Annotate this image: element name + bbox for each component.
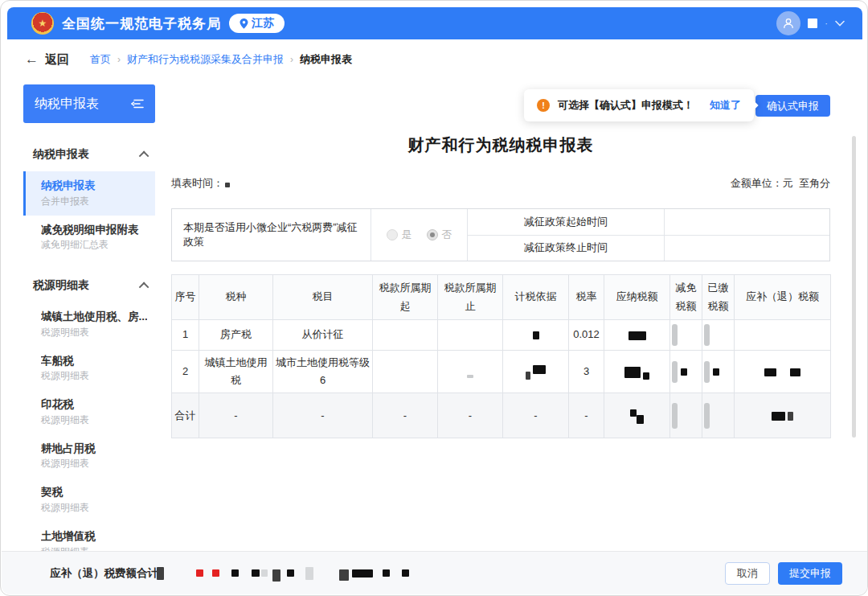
confirm-mode-button[interactable]: 确认式申报 [755,95,830,117]
cell-paid [702,351,735,393]
col-header-seq: 序号 [172,275,199,320]
cell-tax-item: 城市土地使用税等级6 [273,351,373,393]
redaction-mark [272,569,280,582]
redaction-mark [467,375,473,378]
sidebar-item-subtitle: 税源明细表 [41,456,147,471]
sidebar-item-declaration-form[interactable]: 纳税申报表 合并申报表 [23,171,155,216]
redaction-mark [526,372,530,380]
back-label: 返回 [45,52,69,68]
reduction-end-value[interactable] [665,236,829,261]
app-window: ★ 全国统一规范电子税务局 江苏 · ← 返回 首页 › 财产和行为税税源采集及… [0,0,868,596]
sidebar-group-label: 税源明细表 [33,278,89,293]
sidebar-item-subtitle: 税源明细表 [41,368,147,383]
reduction-end-label: 减征政策终止时间 [468,236,665,261]
table-row: 1 房产税 从价计征 0.012 [172,320,831,351]
sidebar-item-land-appreciation-tax[interactable]: 土地增值税 税源明细表 [23,522,155,553]
redacted-user-name [808,18,817,28]
cell-basis: - [503,393,569,438]
policy-table: 本期是否适用小微企业“六税两费”减征政策 是 否 减征政策起始时间 减征政策终止… [171,208,830,261]
redaction-mark [788,412,793,421]
chevron-up-icon [139,150,149,161]
cell-paid [702,393,735,438]
sidebar-group-tax-source[interactable]: 税源明细表 [23,259,155,302]
user-menu[interactable]: · [776,11,845,35]
cancel-button[interactable]: 取消 [725,562,770,585]
cell-rate: - [569,393,604,438]
radio-no-circle[interactable] [427,229,438,240]
cell-reduced [670,351,702,393]
sidebar-item-vehicle-vessel-tax[interactable]: 车船税 税源明细表 [23,347,155,391]
breadcrumb: 首页 › 财产和行为税税源采集及合并申报 › 纳税申报表 [90,52,352,67]
col-header-tax-item: 税目 [273,275,373,320]
reduction-start-label: 减征政策起始时间 [468,209,665,235]
total-summary: 应补（退）税费额合计 [50,565,409,582]
redaction-mark [231,569,239,577]
redaction-mark [637,415,644,424]
cell-tax-type: - [199,393,273,438]
sidebar-item-title: 印花税 [41,397,147,413]
radio-no[interactable]: 否 [427,228,452,242]
redaction-mark [533,331,539,339]
sidebar-panel-header: 纳税申报表 [23,84,155,123]
cell-period-end: - [438,393,503,438]
sidebar-item-stamp-tax[interactable]: 印花税 税源明细表 [23,390,155,434]
sidebar-item-reduction-schedule[interactable]: 减免税明细申报附表 减免明细汇总表 [23,216,155,260]
radio-yes-circle[interactable] [387,229,398,240]
redaction-mark [252,569,260,577]
amount-unit-label: 金额单位：元 至角分 [731,176,830,191]
col-header-period-start: 税款所属期起 [373,275,438,320]
redaction-mark [681,368,687,376]
back-button[interactable]: ← 返回 [25,51,69,68]
bottom-action-bar: 应补（退）税费额合计 取消 提交申报 [2,551,868,594]
sidebar-item-deed-tax[interactable]: 契税 税源明细表 [23,478,155,522]
sidebar-item-urban-land-tax[interactable]: 城镇土地使用税、房... 税源明细表 [23,302,155,347]
sidebar-item-title: 土地增值税 [41,528,147,545]
submit-declaration-button[interactable]: 提交申报 [778,562,842,585]
redaction-mark [157,567,164,580]
sidebar-item-title: 车船税 [41,353,147,369]
redaction-mark [713,368,719,376]
col-header-reduced: 减免税额 [670,275,702,320]
table-header-row: 序号 税种 税目 税款所属期起 税款所属期止 计税依据 税率 应纳税额 减免税额… [172,275,831,320]
redaction-mark [630,409,637,417]
national-emblem-logo: ★ [31,12,54,35]
toast-dismiss-link[interactable]: 知道了 [710,98,741,113]
reduction-start-value[interactable] [665,209,829,235]
vertical-scrollbar[interactable] [852,136,856,438]
col-header-paid: 已缴税额 [702,275,735,320]
redaction-mark [772,412,785,421]
app-title: 全国统一规范电子税务局 [62,14,221,33]
breadcrumb-collection[interactable]: 财产和行为税税源采集及合并申报 [127,52,284,67]
redaction-mark [643,372,649,380]
redaction-mark [628,331,646,340]
sidebar-item-farmland-occupation-tax[interactable]: 耕地占用税 税源明细表 [23,434,155,479]
radio-yes[interactable]: 是 [387,228,412,242]
table-total-row: 合计 - - - - - - [172,393,831,438]
breadcrumb-separator: › [290,54,293,65]
redaction-mark [212,569,219,577]
redaction-mark [672,361,678,383]
collapse-sidebar-icon[interactable] [131,98,144,109]
col-header-basis: 计税依据 [503,275,569,320]
cell-rate: 0.012 [569,320,604,351]
sidebar-item-subtitle: 减免明细汇总表 [41,237,147,252]
radio-no-label: 否 [442,228,452,242]
top-header: ★ 全国统一规范电子税务局 江苏 · [7,7,862,39]
sidebar-group-declaration[interactable]: 纳税申报表 [23,123,155,171]
cell-period-end [438,351,503,393]
region-selector[interactable]: 江苏 [229,14,285,33]
sidebar-item-subtitle: 合并申报表 [41,194,147,208]
cell-reduced [670,393,702,438]
sidebar-item-title: 契税 [41,484,147,500]
redaction-mark [704,361,710,383]
redaction-mark [764,368,776,376]
redaction-mark [225,183,230,187]
confirm-mode-toast: ! 可选择【确认式】申报模式！ 知道了 [524,89,754,121]
sidebar-panel-title: 纳税申报表 [35,96,99,113]
sidebar-item-subtitle: 税源明细表 [41,500,147,515]
cell-seq: 合计 [172,393,199,438]
redaction-mark [533,365,546,374]
breadcrumb-home[interactable]: 首页 [90,52,111,67]
footer-buttons: 取消 提交申报 [725,562,842,585]
cell-tax-item: 从价计征 [273,320,373,351]
